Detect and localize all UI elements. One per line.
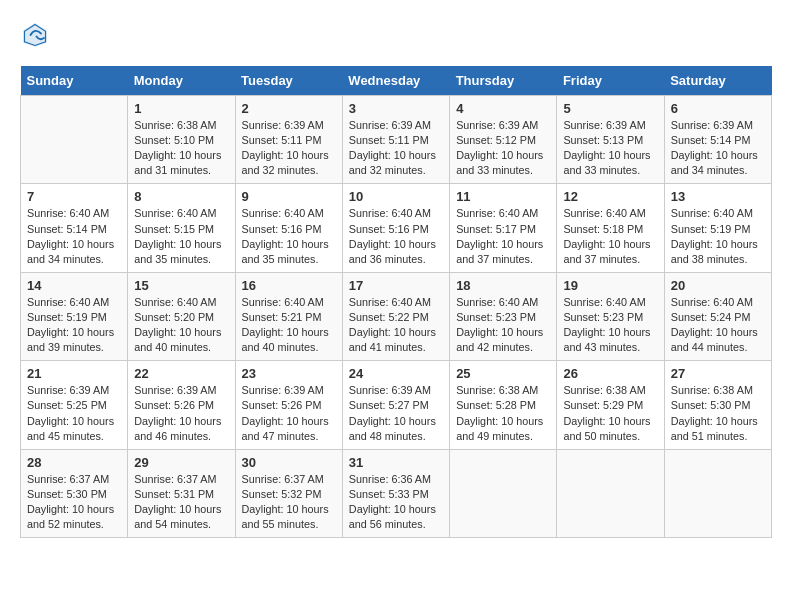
column-header-thursday: Thursday (450, 66, 557, 96)
day-info: Sunrise: 6:37 AMSunset: 5:31 PMDaylight:… (134, 472, 228, 532)
day-number: 17 (349, 278, 443, 293)
calendar-cell: 16Sunrise: 6:40 AMSunset: 5:21 PMDayligh… (235, 272, 342, 360)
day-number: 4 (456, 101, 550, 116)
day-info: Sunrise: 6:39 AMSunset: 5:14 PMDaylight:… (671, 118, 765, 178)
day-info: Sunrise: 6:39 AMSunset: 5:13 PMDaylight:… (563, 118, 657, 178)
column-header-wednesday: Wednesday (342, 66, 449, 96)
day-info: Sunrise: 6:40 AMSunset: 5:24 PMDaylight:… (671, 295, 765, 355)
calendar-cell: 30Sunrise: 6:37 AMSunset: 5:32 PMDayligh… (235, 449, 342, 537)
day-number: 9 (242, 189, 336, 204)
calendar-cell: 27Sunrise: 6:38 AMSunset: 5:30 PMDayligh… (664, 361, 771, 449)
day-info: Sunrise: 6:37 AMSunset: 5:32 PMDaylight:… (242, 472, 336, 532)
calendar-week-row: 14Sunrise: 6:40 AMSunset: 5:19 PMDayligh… (21, 272, 772, 360)
day-info: Sunrise: 6:40 AMSunset: 5:21 PMDaylight:… (242, 295, 336, 355)
calendar-cell: 6Sunrise: 6:39 AMSunset: 5:14 PMDaylight… (664, 96, 771, 184)
day-info: Sunrise: 6:37 AMSunset: 5:30 PMDaylight:… (27, 472, 121, 532)
day-info: Sunrise: 6:39 AMSunset: 5:25 PMDaylight:… (27, 383, 121, 443)
calendar-cell: 9Sunrise: 6:40 AMSunset: 5:16 PMDaylight… (235, 184, 342, 272)
day-info: Sunrise: 6:38 AMSunset: 5:10 PMDaylight:… (134, 118, 228, 178)
calendar-week-row: 7Sunrise: 6:40 AMSunset: 5:14 PMDaylight… (21, 184, 772, 272)
calendar-cell (21, 96, 128, 184)
calendar-cell: 7Sunrise: 6:40 AMSunset: 5:14 PMDaylight… (21, 184, 128, 272)
day-number: 23 (242, 366, 336, 381)
calendar-cell: 17Sunrise: 6:40 AMSunset: 5:22 PMDayligh… (342, 272, 449, 360)
page-header (20, 20, 772, 50)
calendar-cell (450, 449, 557, 537)
day-number: 3 (349, 101, 443, 116)
logo (20, 20, 54, 50)
calendar-cell: 22Sunrise: 6:39 AMSunset: 5:26 PMDayligh… (128, 361, 235, 449)
day-info: Sunrise: 6:40 AMSunset: 5:17 PMDaylight:… (456, 206, 550, 266)
day-number: 16 (242, 278, 336, 293)
day-info: Sunrise: 6:38 AMSunset: 5:29 PMDaylight:… (563, 383, 657, 443)
day-info: Sunrise: 6:39 AMSunset: 5:27 PMDaylight:… (349, 383, 443, 443)
calendar-cell: 31Sunrise: 6:36 AMSunset: 5:33 PMDayligh… (342, 449, 449, 537)
calendar-week-row: 21Sunrise: 6:39 AMSunset: 5:25 PMDayligh… (21, 361, 772, 449)
day-info: Sunrise: 6:39 AMSunset: 5:26 PMDaylight:… (242, 383, 336, 443)
day-number: 15 (134, 278, 228, 293)
day-number: 29 (134, 455, 228, 470)
day-number: 22 (134, 366, 228, 381)
day-number: 2 (242, 101, 336, 116)
calendar-table: SundayMondayTuesdayWednesdayThursdayFrid… (20, 66, 772, 538)
day-info: Sunrise: 6:39 AMSunset: 5:11 PMDaylight:… (349, 118, 443, 178)
calendar-week-row: 1Sunrise: 6:38 AMSunset: 5:10 PMDaylight… (21, 96, 772, 184)
calendar-cell: 3Sunrise: 6:39 AMSunset: 5:11 PMDaylight… (342, 96, 449, 184)
day-info: Sunrise: 6:40 AMSunset: 5:16 PMDaylight:… (349, 206, 443, 266)
day-number: 5 (563, 101, 657, 116)
calendar-cell: 28Sunrise: 6:37 AMSunset: 5:30 PMDayligh… (21, 449, 128, 537)
calendar-cell: 18Sunrise: 6:40 AMSunset: 5:23 PMDayligh… (450, 272, 557, 360)
day-number: 1 (134, 101, 228, 116)
calendar-cell (664, 449, 771, 537)
calendar-cell: 2Sunrise: 6:39 AMSunset: 5:11 PMDaylight… (235, 96, 342, 184)
day-number: 27 (671, 366, 765, 381)
day-number: 10 (349, 189, 443, 204)
day-info: Sunrise: 6:40 AMSunset: 5:14 PMDaylight:… (27, 206, 121, 266)
logo-icon (20, 20, 50, 50)
svg-marker-0 (23, 23, 47, 47)
calendar-cell: 15Sunrise: 6:40 AMSunset: 5:20 PMDayligh… (128, 272, 235, 360)
calendar-cell: 11Sunrise: 6:40 AMSunset: 5:17 PMDayligh… (450, 184, 557, 272)
day-info: Sunrise: 6:38 AMSunset: 5:30 PMDaylight:… (671, 383, 765, 443)
day-number: 24 (349, 366, 443, 381)
day-info: Sunrise: 6:40 AMSunset: 5:15 PMDaylight:… (134, 206, 228, 266)
calendar-cell: 12Sunrise: 6:40 AMSunset: 5:18 PMDayligh… (557, 184, 664, 272)
day-number: 13 (671, 189, 765, 204)
day-number: 14 (27, 278, 121, 293)
day-number: 25 (456, 366, 550, 381)
calendar-cell: 25Sunrise: 6:38 AMSunset: 5:28 PMDayligh… (450, 361, 557, 449)
day-number: 7 (27, 189, 121, 204)
calendar-cell: 26Sunrise: 6:38 AMSunset: 5:29 PMDayligh… (557, 361, 664, 449)
day-info: Sunrise: 6:40 AMSunset: 5:23 PMDaylight:… (563, 295, 657, 355)
calendar-cell: 29Sunrise: 6:37 AMSunset: 5:31 PMDayligh… (128, 449, 235, 537)
calendar-cell: 20Sunrise: 6:40 AMSunset: 5:24 PMDayligh… (664, 272, 771, 360)
day-info: Sunrise: 6:40 AMSunset: 5:22 PMDaylight:… (349, 295, 443, 355)
day-number: 30 (242, 455, 336, 470)
column-header-sunday: Sunday (21, 66, 128, 96)
calendar-header-row: SundayMondayTuesdayWednesdayThursdayFrid… (21, 66, 772, 96)
day-info: Sunrise: 6:40 AMSunset: 5:18 PMDaylight:… (563, 206, 657, 266)
day-number: 18 (456, 278, 550, 293)
column-header-tuesday: Tuesday (235, 66, 342, 96)
day-number: 19 (563, 278, 657, 293)
day-number: 26 (563, 366, 657, 381)
column-header-monday: Monday (128, 66, 235, 96)
calendar-cell: 21Sunrise: 6:39 AMSunset: 5:25 PMDayligh… (21, 361, 128, 449)
day-info: Sunrise: 6:36 AMSunset: 5:33 PMDaylight:… (349, 472, 443, 532)
day-info: Sunrise: 6:39 AMSunset: 5:26 PMDaylight:… (134, 383, 228, 443)
calendar-cell: 24Sunrise: 6:39 AMSunset: 5:27 PMDayligh… (342, 361, 449, 449)
column-header-friday: Friday (557, 66, 664, 96)
calendar-cell: 1Sunrise: 6:38 AMSunset: 5:10 PMDaylight… (128, 96, 235, 184)
calendar-cell: 14Sunrise: 6:40 AMSunset: 5:19 PMDayligh… (21, 272, 128, 360)
calendar-cell: 10Sunrise: 6:40 AMSunset: 5:16 PMDayligh… (342, 184, 449, 272)
calendar-cell: 4Sunrise: 6:39 AMSunset: 5:12 PMDaylight… (450, 96, 557, 184)
calendar-cell: 23Sunrise: 6:39 AMSunset: 5:26 PMDayligh… (235, 361, 342, 449)
day-info: Sunrise: 6:40 AMSunset: 5:19 PMDaylight:… (671, 206, 765, 266)
day-number: 28 (27, 455, 121, 470)
day-number: 20 (671, 278, 765, 293)
day-info: Sunrise: 6:40 AMSunset: 5:20 PMDaylight:… (134, 295, 228, 355)
day-number: 8 (134, 189, 228, 204)
day-info: Sunrise: 6:40 AMSunset: 5:19 PMDaylight:… (27, 295, 121, 355)
calendar-cell: 13Sunrise: 6:40 AMSunset: 5:19 PMDayligh… (664, 184, 771, 272)
day-number: 11 (456, 189, 550, 204)
